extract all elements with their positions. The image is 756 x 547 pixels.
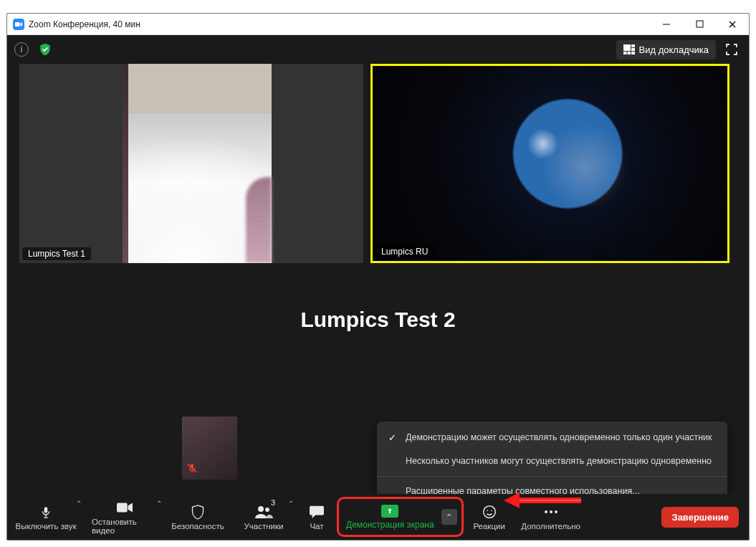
security-button[interactable]: Безопасность — [165, 494, 231, 540]
end-meeting-button[interactable]: Завершение — [661, 507, 739, 528]
end-meeting-label: Завершение — [671, 512, 729, 523]
svg-point-22 — [550, 510, 552, 513]
more-button[interactable]: Дополнительно — [515, 494, 587, 540]
window-title: Zoom Конференция, 40 мин — [29, 19, 140, 29]
chat-label: Чат — [310, 522, 323, 531]
speaker-view-button[interactable]: Вид докладчика — [616, 40, 716, 60]
svg-point-17 — [265, 508, 269, 512]
svg-point-19 — [487, 510, 488, 511]
share-screen-group: Демонстрация экрана ⌃ — [337, 494, 464, 540]
chat-icon — [309, 504, 325, 520]
reactions-button[interactable]: Реакции — [464, 494, 515, 540]
share-screen-icon — [381, 505, 398, 518]
participants-label: Участники — [244, 522, 284, 531]
encryption-shield-icon[interactable] — [37, 42, 53, 57]
more-label: Дополнительно — [521, 522, 580, 531]
participant-name-2: Lumpics RU — [375, 245, 434, 258]
reactions-label: Реакции — [473, 522, 504, 531]
svg-rect-10 — [631, 52, 635, 54]
participant-tile-2[interactable]: Lumpics RU — [370, 64, 729, 263]
active-participant-name: Lumpics Test 2 — [7, 308, 749, 332]
security-label: Безопасность — [171, 522, 224, 531]
muted-mic-icon — [186, 462, 198, 477]
svg-point-18 — [483, 505, 495, 518]
camera-feed-2 — [373, 66, 727, 261]
svg-point-21 — [545, 510, 547, 513]
self-view-tile[interactable] — [182, 417, 237, 480]
mic-icon — [39, 504, 52, 520]
share-screen-label: Демонстрация экрана — [346, 520, 434, 530]
video-button[interactable]: Остановить видео ⌃ — [85, 494, 165, 540]
fullscreen-button[interactable] — [722, 39, 742, 60]
titlebar: Zoom Конференция, 40 мин — [7, 14, 749, 35]
svg-point-20 — [491, 510, 492, 511]
share-option-multi[interactable]: Несколько участников могут осуществлять … — [377, 450, 727, 473]
svg-rect-5 — [623, 44, 631, 51]
camera-feed-1 — [125, 64, 272, 263]
annotation-highlight-frame: Демонстрация экрана ⌃ — [337, 497, 464, 537]
chevron-up-icon[interactable]: ⌃ — [288, 500, 294, 508]
svg-rect-2 — [697, 21, 703, 27]
mute-button[interactable]: Выключить звук ⌃ — [7, 494, 85, 540]
participants-button[interactable]: Участники 3 ⌃ — [231, 494, 297, 540]
video-label: Остановить видео — [92, 518, 158, 535]
share-option-single[interactable]: Демонстрацию может осуществлять одноврем… — [377, 426, 727, 450]
close-button[interactable] — [716, 14, 749, 34]
meeting-info-icon[interactable]: i — [14, 42, 29, 57]
speaker-view-label: Вид докладчика — [639, 44, 709, 55]
participants-count: 3 — [271, 498, 275, 507]
window-controls — [650, 14, 749, 34]
svg-rect-6 — [631, 44, 635, 47]
svg-point-16 — [258, 506, 264, 512]
menu-separator — [377, 476, 727, 477]
minimize-button[interactable] — [650, 14, 683, 34]
svg-rect-7 — [631, 48, 635, 51]
participant-name-1: Lumpics Test 1 — [22, 247, 91, 260]
share-screen-button[interactable]: Демонстрация экрана — [342, 505, 439, 530]
svg-rect-0 — [15, 22, 20, 27]
svg-rect-11 — [191, 471, 192, 472]
svg-rect-9 — [627, 52, 631, 54]
svg-rect-8 — [623, 52, 627, 54]
meeting-topbar: i Вид докладчика — [7, 35, 749, 64]
maximize-button[interactable] — [683, 14, 716, 34]
chevron-up-icon[interactable]: ⌃ — [156, 500, 162, 508]
participant-tile-1[interactable]: Lumpics Test 1 — [19, 64, 363, 263]
camera-icon — [117, 500, 133, 515]
zoom-meeting-window: Zoom Конференция, 40 мин i Вид докладчик… — [6, 13, 750, 541]
chevron-up-icon[interactable]: ⌃ — [76, 500, 82, 508]
chat-button[interactable]: Чат — [297, 494, 337, 540]
mute-label: Выключить звук — [16, 522, 77, 531]
smile-icon — [482, 504, 497, 520]
svg-rect-13 — [45, 515, 47, 517]
svg-point-23 — [555, 510, 558, 513]
gallery-icon — [623, 44, 635, 54]
shield-security-icon — [191, 504, 205, 520]
share-options-chevron[interactable]: ⌃ — [441, 509, 457, 525]
svg-rect-14 — [44, 517, 48, 518]
meeting-toolbar: Выключить звук ⌃ Остановить видео ⌃ Безо… — [7, 494, 749, 540]
video-gallery: Lumpics Test 1 Lumpics RU — [7, 64, 749, 280]
more-dots-icon — [543, 504, 559, 520]
zoom-logo-icon — [13, 19, 24, 30]
svg-rect-15 — [117, 503, 128, 512]
